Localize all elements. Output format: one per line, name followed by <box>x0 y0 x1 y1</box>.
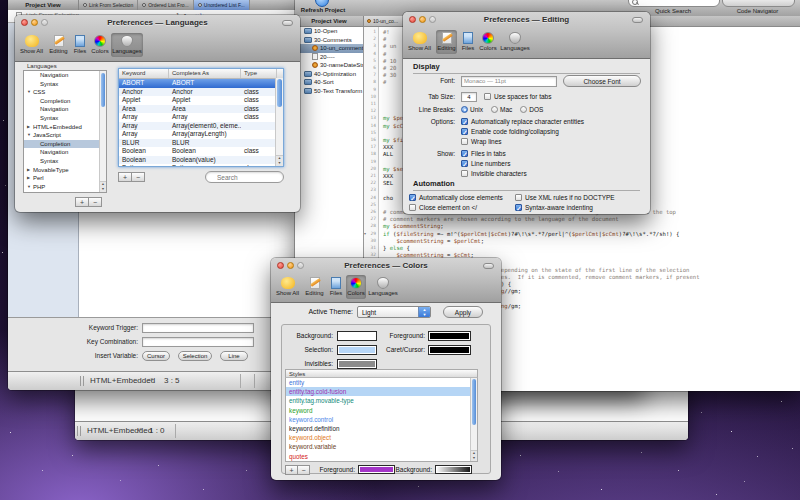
theme-dropdown[interactable]: Light▲▼ <box>357 306 431 318</box>
use-spaces-option[interactable]: Use spaces for tabs <box>484 92 551 102</box>
tab-size-input[interactable]: 4 <box>461 92 477 102</box>
sidebar-item-php[interactable]: ▼PHP <box>24 183 106 192</box>
quick-search-input[interactable] <box>628 0 720 7</box>
toolbar-item-colors[interactable]: Colors <box>478 30 498 54</box>
sidebar-item-completion[interactable]: Completion <box>24 140 106 149</box>
line-button[interactable]: Line <box>220 351 248 361</box>
toolbar-item-languages[interactable]: Languages <box>111 33 143 57</box>
background-well[interactable] <box>337 331 377 341</box>
table-row[interactable]: ArrayArray(element0, eleme... <box>119 122 283 131</box>
sidebar-item-movabletype[interactable]: ▶MovableType <box>24 166 106 175</box>
checkbox[interactable] <box>409 204 416 211</box>
sidebar-item-html-embedded[interactable]: ▶HTML+Embedded <box>24 123 106 132</box>
sidebar-item-syntax[interactable]: Syntax <box>24 157 106 166</box>
scrollbar-arrows[interactable]: ▲▼ <box>276 155 283 166</box>
table-row[interactable]: BLURBLUR <box>119 139 283 148</box>
scrollbar[interactable]: ▲▼ <box>470 378 477 461</box>
checkbox[interactable] <box>461 138 468 145</box>
sidebar-item-navigation[interactable]: Navigation <box>24 148 106 157</box>
code-navigator-dropdown[interactable] <box>722 0 795 7</box>
tab-link-from-selection[interactable]: Link From Selection <box>79 0 138 10</box>
table-row[interactable]: BooleanBooleanclass <box>119 147 283 156</box>
toolbar-item-languages[interactable]: Languages <box>367 275 399 299</box>
disclosure-icon[interactable]: ▼ <box>27 88 32 97</box>
option-automatically-close-elements[interactable]: Automatically close elements <box>409 193 503 203</box>
close-button[interactable] <box>21 19 28 26</box>
selection-button[interactable]: Selection <box>178 351 212 361</box>
keyword-trigger-input[interactable] <box>142 323 254 333</box>
disclosure-icon[interactable]: ▼ <box>27 131 32 140</box>
option-files-in-tabs[interactable]: Files in tabs <box>461 149 527 159</box>
tree-item-40-sort[interactable]: ▶40-Sort <box>295 78 363 87</box>
scrollbar-thumb[interactable] <box>101 73 105 107</box>
sidebar-item-syntax[interactable]: Syntax <box>24 114 106 123</box>
drag-grip-icon[interactable] <box>77 426 83 436</box>
disclosure-icon[interactable]: ▶ <box>27 123 32 132</box>
disclosure-icon[interactable]: ▶ <box>27 174 32 183</box>
option-invisible-characters[interactable]: Invisible characters <box>461 169 527 179</box>
column-header-completes-as[interactable]: Completes As <box>169 69 241 78</box>
apply-button[interactable]: Apply <box>443 306 483 318</box>
checkbox[interactable] <box>484 93 491 100</box>
tab-ordered-list-fro[interactable]: Ordered List Fro... <box>138 0 194 10</box>
stepper-icon[interactable]: ▴▾ <box>137 426 142 432</box>
sidebar-item-completion[interactable]: Completion <box>24 97 106 106</box>
sidebar-item-css[interactable]: ▼CSS <box>24 88 106 97</box>
caret-cursor-well[interactable] <box>428 345 471 355</box>
style-background-well[interactable] <box>435 465 472 474</box>
sidebar-item-navigation[interactable]: Navigation <box>24 71 106 80</box>
refresh-project-icon[interactable] <box>315 0 329 7</box>
title-bar[interactable]: Preferences — Languages Show AllEditingF… <box>15 15 300 62</box>
remove-button[interactable]: − <box>131 172 145 182</box>
toolbar-toggle-pill[interactable] <box>483 263 494 269</box>
table-row[interactable]: BooleanBoolean(value) <box>119 156 283 165</box>
style-item-entity[interactable]: entity <box>286 378 477 387</box>
checkbox[interactable] <box>461 128 468 135</box>
toolbar-item-colors[interactable]: Colors <box>346 275 366 299</box>
scrollbar-thumb[interactable] <box>472 379 476 425</box>
toolbar-item-editing[interactable]: Editing <box>48 33 69 57</box>
style-item-keyword[interactable]: keyword <box>286 406 477 415</box>
toolbar-item-files[interactable]: Files <box>458 30 478 54</box>
zoom-button[interactable] <box>41 19 48 26</box>
toolbar-item-editing[interactable]: Editing <box>304 275 325 299</box>
scrollbar[interactable]: ▲▼ <box>275 78 283 166</box>
tab-unordered-list-f[interactable]: Unordered List F... <box>194 0 250 10</box>
radio-unix[interactable] <box>461 106 468 113</box>
checkbox[interactable] <box>461 118 468 125</box>
table-row[interactable]: AreaAreaclass <box>119 105 283 114</box>
toolbar-item-editing[interactable]: Editing <box>436 30 457 54</box>
checkbox[interactable] <box>461 150 468 157</box>
option-syntax-aware-indenting[interactable]: Syntax-aware indenting <box>515 203 615 213</box>
stepper-icon[interactable]: ▴▾ <box>148 376 153 382</box>
title-bar[interactable]: Preferences — Editing Show AllEditingFil… <box>403 12 650 59</box>
selection-well[interactable] <box>337 345 377 355</box>
drag-grip-icon[interactable] <box>80 376 86 386</box>
styles-list[interactable]: entityentity.tag.cold-fusionentity.tag.m… <box>285 378 478 462</box>
title-bar[interactable]: Preferences — Colors Show AllEditingFile… <box>271 258 501 303</box>
toolbar-item-files[interactable]: Files <box>70 33 90 57</box>
sidebar-item-perl[interactable]: ▶Perl <box>24 174 106 183</box>
toolbar-toggle-pill[interactable] <box>282 20 293 26</box>
column-header-keyword[interactable]: Keyword <box>119 69 169 78</box>
style-item-entity-tag-cold-fusion[interactable]: entity.tag.cold-fusion <box>286 387 477 396</box>
tree-item-40-optimization[interactable]: ▶40-Optimization <box>295 70 363 79</box>
toolbar-item-show-all[interactable]: Show All <box>273 275 302 299</box>
scrollbar-thumb[interactable] <box>277 79 282 107</box>
completions-table[interactable]: KeywordCompletes AsTypeABORTABORTAnchorA… <box>118 68 284 167</box>
add-button[interactable]: + <box>75 197 89 207</box>
style-item-entity-tag-movable-type[interactable]: entity.tag.movable-type <box>286 396 477 405</box>
style-foreground-well[interactable] <box>358 465 395 474</box>
remove-button[interactable]: − <box>297 465 310 475</box>
style-item-keyword-control[interactable]: keyword.control <box>286 415 477 424</box>
checkbox[interactable] <box>409 194 416 201</box>
checkbox[interactable] <box>515 204 522 211</box>
option-close-element-on[interactable]: Close element on </ <box>409 203 503 213</box>
foreground-well[interactable] <box>428 331 471 341</box>
invisibles-well[interactable] <box>337 359 377 369</box>
add-button[interactable]: + <box>118 172 132 182</box>
disclosure-icon[interactable]: ▶ <box>27 166 32 175</box>
style-item-keyword-definition[interactable]: keyword.definition <box>286 424 477 433</box>
tree-item-10-open[interactable]: ▶10-Open <box>295 27 363 36</box>
sidebar-item-syntax[interactable]: Syntax <box>24 80 106 89</box>
